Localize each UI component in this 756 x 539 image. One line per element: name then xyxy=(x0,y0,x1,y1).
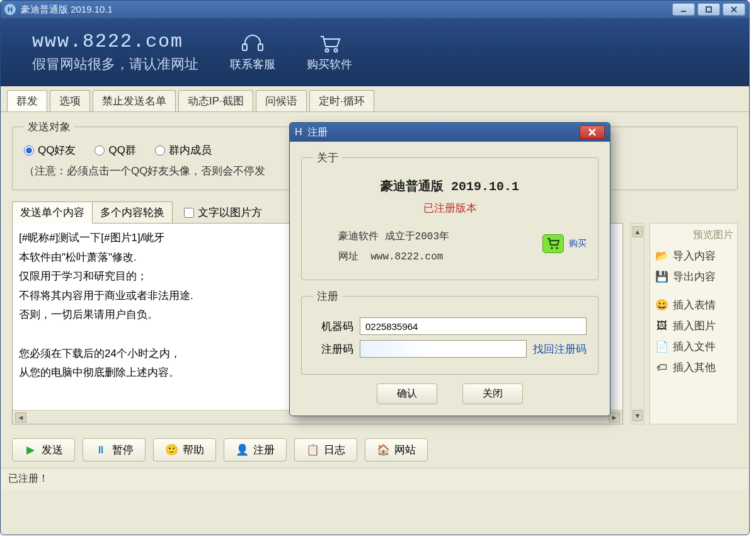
side-item-label: 导出内容 xyxy=(673,270,716,284)
radio-label: 群内成员 xyxy=(169,143,212,157)
app-icon: H xyxy=(295,127,302,138)
export-content[interactable]: 💾导出内容 xyxy=(654,266,733,287)
insert-emoji[interactable]: 😀插入表情 xyxy=(654,295,733,315)
radio-qq-group[interactable]: QQ群 xyxy=(94,143,135,157)
radio-qq-group-input[interactable] xyxy=(94,145,105,156)
insert-other[interactable]: 🏷插入其他 xyxy=(654,357,733,378)
save-icon: 💾 xyxy=(655,271,668,283)
insert-image[interactable]: 🖼插入图片 xyxy=(654,315,733,336)
radio-label: QQ群 xyxy=(108,143,135,157)
insert-file[interactable]: 📄插入文件 xyxy=(654,336,733,357)
side-item-label: 插入表情 xyxy=(673,298,716,312)
headset-icon xyxy=(240,33,265,54)
tab-send[interactable]: 群发 xyxy=(7,90,47,111)
recover-code-link[interactable]: 找回注册码 xyxy=(533,342,587,356)
app-icon: H xyxy=(4,4,16,15)
side-item-label: 插入文件 xyxy=(673,339,716,354)
maximize-button[interactable] xyxy=(697,3,720,16)
dialog-body: 关于 豪迪普通版 2019.10.1 已注册版本 豪迪软件 成立于2003年 网… xyxy=(290,142,610,416)
pause-button[interactable]: ⏸暂停 xyxy=(83,438,146,462)
dialog-titlebar: H 注册 xyxy=(290,123,610,142)
checkbox-text-as-image[interactable]: 文字以图片方 xyxy=(184,205,262,220)
register-group: 注册 机器码 注册码 找回注册码 xyxy=(301,289,598,375)
subtab-rotate[interactable]: 多个内容轮换 xyxy=(93,201,173,224)
close-dialog-button[interactable]: 关闭 xyxy=(462,383,523,404)
reg-code-label: 注册码 xyxy=(313,342,353,356)
scroll-up-icon[interactable]: ▲ xyxy=(633,226,643,237)
close-icon xyxy=(587,128,597,137)
radio-qq-friend[interactable]: QQ好友 xyxy=(24,143,76,157)
ok-button[interactable]: 确认 xyxy=(377,383,437,404)
radio-label: QQ好友 xyxy=(38,143,76,157)
buy-link[interactable]: 购买 xyxy=(542,234,587,253)
tab-greeting[interactable]: 问候语 xyxy=(256,90,307,111)
about-site: www.8222.com xyxy=(370,251,443,263)
scroll-down-icon[interactable]: ▼ xyxy=(633,410,643,421)
window-title: 豪迪普通版 2019.10.1 xyxy=(21,4,113,16)
machine-code-input[interactable] xyxy=(360,317,587,335)
help-button[interactable]: 🙂帮助 xyxy=(153,438,216,462)
subtab-single[interactable]: 发送单个内容 xyxy=(12,201,93,224)
side-item-label: 导入内容 xyxy=(673,249,716,263)
play-icon: ▶ xyxy=(24,444,37,457)
button-label: 暂停 xyxy=(112,443,134,457)
side-item-label: 插入其他 xyxy=(673,360,716,375)
button-label: 注册 xyxy=(253,443,275,457)
home-icon: 🏠 xyxy=(377,444,389,457)
svg-point-6 xyxy=(326,49,329,52)
send-button[interactable]: ▶发送 xyxy=(12,438,75,462)
side-title: 预览图片 xyxy=(654,229,733,242)
tag-icon: 🏷 xyxy=(655,361,668,374)
preview-v-scrollbar[interactable]: ▲ ▼ xyxy=(631,223,644,424)
tab-blocklist[interactable]: 禁止发送名单 xyxy=(93,90,176,111)
minimize-button[interactable] xyxy=(672,3,695,16)
about-product: 豪迪普通版 2019.10.1 xyxy=(313,178,587,195)
button-label: 日志 xyxy=(324,443,345,457)
tab-options[interactable]: 选项 xyxy=(50,90,90,111)
tab-ip-screenshot[interactable]: 动态IP·截图 xyxy=(178,90,253,111)
import-content[interactable]: 📂导入内容 xyxy=(654,246,733,266)
checkbox-text-as-image-input[interactable] xyxy=(184,208,194,218)
close-button[interactable] xyxy=(723,3,745,16)
machine-code-label: 机器码 xyxy=(313,319,353,334)
side-panel: 预览图片 📂导入内容 💾导出内容 😀插入表情 🖼插入图片 📄插入文件 🏷插入其他 xyxy=(650,223,738,424)
reg-code-input[interactable] xyxy=(360,340,527,358)
dialog-close-button[interactable] xyxy=(580,125,605,139)
dialog-title: 注册 xyxy=(307,126,328,139)
radio-qq-friend-input[interactable] xyxy=(24,145,34,156)
window-controls xyxy=(672,3,745,16)
radio-group-member-input[interactable] xyxy=(155,145,165,156)
folder-icon: 📂 xyxy=(655,250,668,263)
checkbox-label: 文字以图片方 xyxy=(198,205,262,220)
register-legend: 注册 xyxy=(313,289,342,304)
contact-label: 联系客服 xyxy=(230,57,275,72)
website-button[interactable]: 🏠网站 xyxy=(365,438,428,462)
tab-schedule[interactable]: 定时·循环 xyxy=(309,90,374,111)
svg-rect-1 xyxy=(706,7,711,12)
status-bar: 已注册！ xyxy=(1,468,749,489)
dialog-buttons: 确认 关闭 xyxy=(301,383,598,404)
contact-support[interactable]: 联系客服 xyxy=(230,33,275,72)
file-icon: 📄 xyxy=(655,341,668,353)
help-icon: 🙂 xyxy=(165,444,178,457)
banner-url: www.8222.com xyxy=(32,31,198,52)
pause-icon: ⏸ xyxy=(94,444,107,457)
scroll-left-icon[interactable]: ◄ xyxy=(15,412,26,423)
image-icon: 🖼 xyxy=(655,320,668,332)
bottom-toolbar: ▶发送 ⏸暂停 🙂帮助 👤注册 📋日志 🏠网站 xyxy=(1,432,749,468)
log-button[interactable]: 📋日志 xyxy=(294,438,357,462)
log-icon: 📋 xyxy=(306,444,319,457)
button-label: 网站 xyxy=(394,443,416,457)
svg-point-7 xyxy=(335,49,338,52)
smile-icon: 😀 xyxy=(655,299,668,312)
svg-point-11 xyxy=(556,247,558,249)
about-legend: 关于 xyxy=(313,150,342,165)
about-registered: 已注册版本 xyxy=(313,201,587,215)
buy-software[interactable]: 购买软件 xyxy=(307,33,352,72)
register-button[interactable]: 👤注册 xyxy=(224,438,287,462)
button-label: 发送 xyxy=(42,443,63,457)
side-item-label: 插入图片 xyxy=(673,319,716,333)
send-target-legend: 发送对象 xyxy=(24,120,74,134)
about-site-label: 网址 xyxy=(338,251,358,263)
radio-group-member[interactable]: 群内成员 xyxy=(155,143,212,157)
